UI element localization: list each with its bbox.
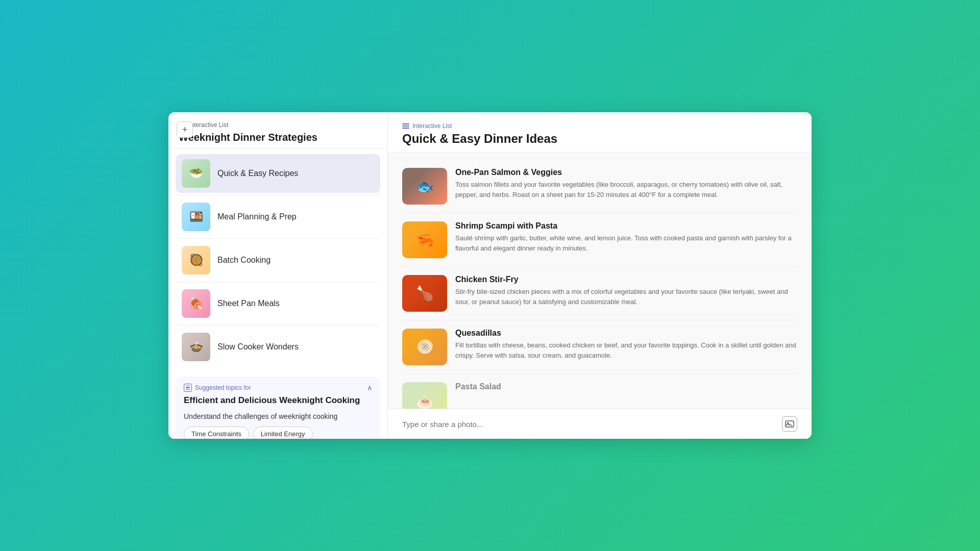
right-label-text: Interactive List — [412, 122, 452, 130]
dish-thumb-pasta: 🍝 — [402, 382, 447, 409]
dishes-list: 🐟 One-Pan Salmon & Veggies Toss salmon f… — [388, 153, 812, 409]
dish-desc-quesadilla: Fill tortillas with cheese, beans, cooke… — [455, 340, 797, 360]
nav-item-sheet-pan[interactable]: 🍖 Sheet Pan Meals — [176, 284, 380, 323]
right-list-icon — [402, 123, 409, 129]
nav-thumb-sheet-pan: 🍖 — [182, 289, 210, 318]
dish-name-chicken: Chicken Stir-Fry — [455, 275, 797, 284]
nav-label-slow-cooker: Slow Cooker Wonders — [217, 342, 299, 352]
dish-desc-salmon: Toss salmon fillets and your favorite ve… — [455, 180, 797, 199]
nav-thumb-meal-planning: 🍱 — [182, 203, 210, 231]
dish-item-quesadilla[interactable]: 🫓 Quesadillas Fill tortillas with cheese… — [402, 320, 797, 374]
tag-time-constraints[interactable]: Time Constraints — [184, 427, 249, 439]
suggested-topics-box: Suggested topics for ∧ Efficient and Del… — [176, 377, 380, 439]
left-interactive-list-label: Interactive List — [179, 121, 377, 129]
suggested-title: Efficient and Delicious Weeknight Cookin… — [184, 395, 372, 406]
right-panel: Interactive List Quick & Easy Dinner Ide… — [388, 112, 812, 439]
nav-thumb-quick-easy: 🥗 — [182, 159, 210, 188]
dish-info-salmon: One-Pan Salmon & Veggies Toss salmon fil… — [455, 168, 797, 199]
dish-item-shrimp[interactable]: 🦐 Shrimp Scampi with Pasta Sauté shrimp … — [402, 213, 797, 267]
nav-list: 🥗 Quick & Easy Recipes 🍱 Meal Planning &… — [168, 149, 387, 371]
dish-item-salmon[interactable]: 🐟 One-Pan Salmon & Veggies Toss salmon f… — [402, 160, 797, 213]
nav-label-meal-planning: Meal Planning & Prep — [217, 212, 297, 221]
nav-item-quick-easy[interactable]: 🥗 Quick & Easy Recipes — [176, 154, 380, 193]
nav-item-batch-cooking[interactable]: 🥘 Batch Cooking — [176, 241, 380, 280]
suggested-icon-lines — [186, 386, 190, 390]
nav-divider-4 — [176, 325, 380, 325]
dish-desc-chicken: Stir-fry bite-sized chicken pieces with … — [455, 287, 797, 307]
dish-name-shrimp: Shrimp Scampi with Pasta — [455, 221, 797, 231]
nav-label-sheet-pan: Sheet Pan Meals — [217, 299, 280, 308]
dish-thumb-salmon: 🐟 — [402, 168, 447, 205]
dish-item-pasta[interactable]: 🍝 Pasta Salad — [402, 374, 797, 409]
suggested-label-text: Suggested topics for — [195, 384, 251, 391]
dish-info-pasta: Pasta Salad — [455, 382, 797, 394]
left-title: Weeknight Dinner Strategies — [179, 132, 377, 143]
svg-rect-0 — [786, 421, 794, 427]
right-title: Quick & Easy Dinner Ideas — [402, 132, 797, 146]
nav-label-batch-cooking: Batch Cooking — [217, 256, 271, 265]
nav-divider-3 — [176, 282, 380, 282]
tag-limited-energy[interactable]: Limited Energy — [253, 427, 313, 439]
right-header: Interactive List Quick & Easy Dinner Ide… — [388, 112, 812, 153]
tags-row: Time Constraints Limited Energy — [184, 427, 372, 439]
dish-thumb-shrimp: 🦐 — [402, 221, 447, 258]
nav-divider-2 — [176, 238, 380, 239]
dish-desc-shrimp: Sauté shrimp with garlic, butter, white … — [455, 233, 797, 253]
suggested-topic-item[interactable]: Understand the challenges of weeknight c… — [184, 412, 372, 420]
nav-thumb-batch-cooking: 🥘 — [182, 246, 210, 274]
left-panel: Interactive List Weeknight Dinner Strate… — [168, 112, 388, 439]
nav-item-slow-cooker[interactable]: 🍲 Slow Cooker Wonders — [176, 328, 380, 366]
nav-thumb-slow-cooker: 🍲 — [182, 333, 210, 361]
dish-thumb-quesadilla: 🫓 — [402, 329, 447, 365]
dish-info-quesadilla: Quesadillas Fill tortillas with cheese, … — [455, 329, 797, 360]
suggested-label: Suggested topics for — [184, 384, 251, 392]
chat-input[interactable] — [402, 420, 782, 429]
nav-divider-1 — [176, 195, 380, 195]
dish-info-shrimp: Shrimp Scampi with Pasta Sauté shrimp wi… — [455, 221, 797, 253]
input-bar — [388, 409, 812, 439]
dish-name-salmon: One-Pan Salmon & Veggies — [455, 168, 797, 177]
plus-button[interactable]: + — [177, 121, 193, 138]
image-share-button[interactable] — [782, 416, 797, 432]
dish-item-chicken[interactable]: 🍗 Chicken Stir-Fry Stir-fry bite-sized c… — [402, 267, 797, 320]
left-label-text: Interactive List — [189, 121, 228, 129]
left-header: Interactive List Weeknight Dinner Strate… — [168, 112, 387, 149]
dish-thumb-chicken: 🍗 — [402, 275, 447, 312]
right-interactive-list-label: Interactive List — [402, 122, 797, 130]
collapse-suggested-button[interactable]: ∧ — [367, 384, 372, 392]
nav-label-quick-easy: Quick & Easy Recipes — [217, 169, 298, 178]
nav-item-meal-planning[interactable]: 🍱 Meal Planning & Prep — [176, 197, 380, 236]
suggested-topics-icon — [184, 384, 192, 392]
dish-name-quesadilla: Quesadillas — [455, 329, 797, 338]
dish-name-pasta: Pasta Salad — [455, 382, 797, 391]
dish-info-chicken: Chicken Stir-Fry Stir-fry bite-sized chi… — [455, 275, 797, 307]
suggested-header: Suggested topics for ∧ — [184, 384, 372, 392]
